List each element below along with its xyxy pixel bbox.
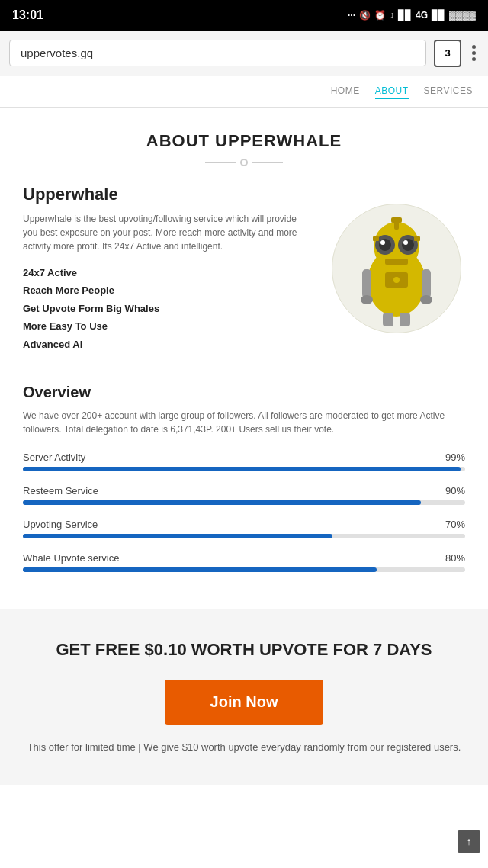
join-now-button[interactable]: Join Now <box>165 680 324 725</box>
page-content: ABOUT UPPERWHALE Upperwhale Upperwhale i… <box>0 108 488 785</box>
about-section: ABOUT UPPERWHALE Upperwhale Upperwhale i… <box>0 108 488 368</box>
signal2-icon: ▊▊ <box>432 10 445 21</box>
progress-upvoting-service: Upvoting Service 70% <box>23 519 465 538</box>
feature-item-3: Get Upvote Form Big Whales <box>23 300 313 317</box>
svg-point-17 <box>361 295 373 304</box>
about-content-container: Upperwhale Upperwhale is the best upvoti… <box>15 185 473 353</box>
svg-rect-10 <box>373 236 379 241</box>
menu-dot-2 <box>472 51 476 55</box>
cta-title: GET FREE $0.10 WORTH UPVOTE FOR 7 DAYS <box>23 639 465 661</box>
progress-bar-bg-2 <box>23 534 465 538</box>
progress-bar-bg-3 <box>23 567 465 572</box>
svg-rect-12 <box>385 259 408 265</box>
svg-rect-16 <box>422 269 431 298</box>
overview-description: We have over 200+ account with large gro… <box>23 409 465 436</box>
about-title: ABOUT UPPERWHALE <box>15 131 473 151</box>
stat-label-0: Server Activity <box>23 452 85 463</box>
overview-section: Overview We have over 200+ account with … <box>0 368 488 609</box>
robot-svg <box>339 210 454 328</box>
progress-bar-bg-1 <box>23 500 465 505</box>
stat-label-3: Whale Upvote service <box>23 552 119 564</box>
progress-whale-upvote: Whale Upvote service 80% <box>23 552 465 572</box>
tab-count-button[interactable]: 3 <box>434 40 461 67</box>
feature-item-2: Reach More People <box>23 281 313 299</box>
overview-title: Overview <box>23 384 465 401</box>
feature-item-5: Advanced AI <box>23 336 313 353</box>
signal-icon: ▊▊ <box>398 10 412 21</box>
menu-dot-3 <box>472 57 476 61</box>
svg-rect-11 <box>414 236 420 241</box>
cta-section: GET FREE $0.10 WORTH UPVOTE FOR 7 DAYS J… <box>0 609 488 785</box>
stat-label-1: Resteem Service <box>23 485 98 497</box>
progress-bar-fill-3 <box>23 567 377 572</box>
alarm-icon: ⏰ <box>374 10 386 21</box>
company-name: Upperwhale <box>23 185 313 204</box>
menu-dot-1 <box>472 45 476 49</box>
status-icons: ··· 🔇 ⏰ ↕ ▊▊ 4G ▊▊ ▓▓▓▓ <box>348 10 476 21</box>
underline-line-left <box>205 162 236 163</box>
progress-server-activity: Server Activity 99% <box>23 452 465 471</box>
nav-home[interactable]: HOME <box>331 84 360 99</box>
network-label: 4G <box>416 10 428 21</box>
features-list: 24x7 Active Reach More People Get Upvote… <box>23 264 313 353</box>
battery-icon: ▓▓▓▓ <box>449 10 476 21</box>
svg-point-14 <box>393 276 400 284</box>
cta-note: This offer for limited time | We give $1… <box>23 740 465 755</box>
nav-services[interactable]: SERVICES <box>424 84 473 99</box>
stat-percent-3: 80% <box>445 552 465 564</box>
site-nav: HOME ABOUT SERVICES <box>0 76 488 108</box>
browser-bar: uppervotes.gq 3 <box>0 31 488 76</box>
nav-about[interactable]: ABOUT <box>375 84 409 99</box>
vibrate-icon: ↕ <box>390 10 394 21</box>
svg-point-6 <box>379 239 391 251</box>
svg-rect-15 <box>362 269 371 298</box>
feature-item-1: 24x7 Active <box>23 264 313 281</box>
svg-rect-3 <box>391 217 402 223</box>
underline-line-right <box>252 162 283 163</box>
robot-image <box>332 204 461 333</box>
progress-bar-fill-0 <box>23 467 461 471</box>
progress-bar-fill-2 <box>23 534 332 538</box>
svg-rect-19 <box>383 313 393 326</box>
progress-bar-fill-1 <box>23 500 421 505</box>
url-input[interactable]: uppervotes.gq <box>9 40 426 66</box>
svg-point-8 <box>380 240 385 245</box>
svg-point-9 <box>403 240 408 245</box>
progress-resteem-service: Resteem Service 90% <box>23 485 465 505</box>
browser-menu-button[interactable] <box>469 45 479 61</box>
about-text: Upperwhale Upperwhale is the best upvoti… <box>23 185 313 353</box>
stat-label-2: Upvoting Service <box>23 519 98 530</box>
robot-container <box>328 185 465 353</box>
progress-bar-bg-0 <box>23 467 465 471</box>
status-time: 13:01 <box>12 8 43 22</box>
stat-percent-0: 99% <box>445 452 465 463</box>
title-underline <box>15 159 473 166</box>
svg-point-18 <box>420 295 432 304</box>
stat-percent-1: 90% <box>445 485 465 497</box>
about-description: Upperwhale is the best upvoting/followin… <box>23 212 313 253</box>
signal-dots-icon: ··· <box>348 10 355 21</box>
underline-dot <box>240 159 248 166</box>
stat-percent-2: 70% <box>445 519 465 530</box>
svg-rect-20 <box>400 313 410 326</box>
feature-item-4: More Easy To Use <box>23 317 313 335</box>
mute-icon: 🔇 <box>359 10 371 21</box>
svg-point-7 <box>402 239 414 251</box>
status-bar: 13:01 ··· 🔇 ⏰ ↕ ▊▊ 4G ▊▊ ▓▓▓▓ <box>0 0 488 31</box>
